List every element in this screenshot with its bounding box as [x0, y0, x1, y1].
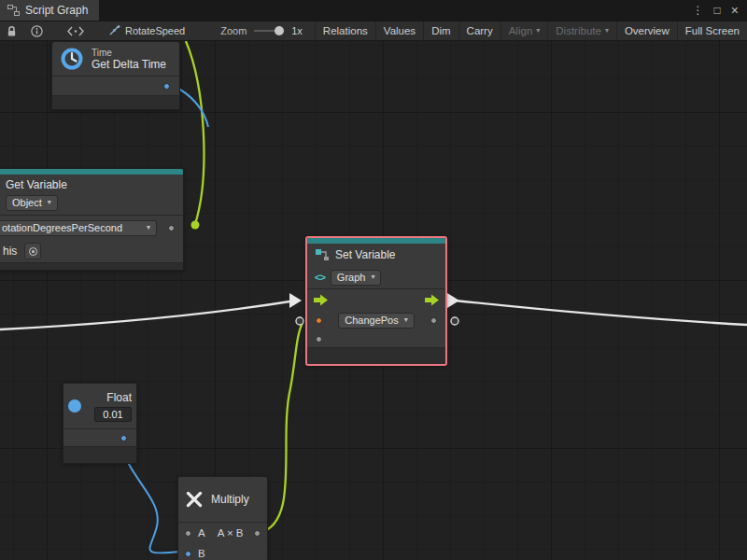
- node-get-variable[interactable]: Get Variable Object ▾ otationDegreesPerS…: [0, 168, 184, 271]
- node-title: Get Variable: [0, 176, 183, 193]
- graph-toolbar: RotateSpeed Zoom 1x Relations Values Dim…: [0, 21, 747, 41]
- node-header: Get Variable Object ▾: [0, 175, 183, 215]
- flow-wire-outgoing[interactable]: [455, 301, 747, 325]
- node-title: Float: [106, 391, 132, 404]
- variable-name-dropdown[interactable]: otationDegreesPerSecond ▾: [0, 220, 157, 236]
- align-dropdown-button[interactable]: Align▾: [500, 21, 548, 40]
- chevron-down-icon: ▾: [48, 199, 51, 206]
- chevron-down-icon: ▾: [536, 27, 540, 35]
- toolbar-buttons: Relations Values Dim Carry Align▾ Distri…: [315, 21, 747, 40]
- output-port[interactable]: [120, 435, 127, 441]
- extra-port-row: [307, 330, 445, 347]
- overview-button[interactable]: Overview: [616, 21, 677, 40]
- port-terminal-left[interactable]: [296, 317, 303, 325]
- graph-name: RotateSpeed: [125, 25, 185, 36]
- node-header: Float 0.01: [63, 384, 136, 428]
- chevron-down-icon: ▾: [147, 224, 150, 231]
- variable-node-icon: [315, 247, 330, 262]
- port-row-b: B: [178, 543, 267, 560]
- node-footer: [307, 347, 445, 364]
- carry-button[interactable]: Carry: [458, 21, 500, 40]
- graph-scope-icon: <>: [315, 272, 325, 283]
- target-row: his: [0, 240, 183, 262]
- tab-bar: Script Graph ⋮ □ ×: [0, 0, 747, 21]
- port-row: [52, 76, 179, 95]
- graph-inspector-icon[interactable]: [67, 21, 84, 40]
- result-label: A × B: [218, 527, 244, 539]
- variable-scope-dropdown[interactable]: Object ▾: [6, 195, 58, 211]
- node-float[interactable]: Float 0.01: [63, 383, 137, 464]
- multiply-icon: [184, 489, 204, 510]
- port-b-label: B: [198, 548, 205, 559]
- node-footer: [52, 95, 179, 109]
- node-header: Set Variable: [307, 244, 445, 266]
- tab-title: Script Graph: [25, 4, 88, 17]
- port-row-a: A A × B: [178, 522, 267, 543]
- target-label: his: [3, 245, 17, 258]
- variable-scope-dropdown[interactable]: Graph ▾: [331, 270, 382, 286]
- output-port-result[interactable]: [254, 530, 261, 537]
- value-port-row: ChangePos ▾: [307, 310, 445, 330]
- flow-port-row: [307, 288, 445, 310]
- chevron-down-icon: ▾: [371, 273, 374, 281]
- chevron-down-icon: ▾: [404, 316, 408, 324]
- fullscreen-button[interactable]: Full Screen: [677, 21, 747, 40]
- value-input-port[interactable]: [316, 317, 322, 324]
- flow-output-arrow[interactable]: [424, 294, 440, 306]
- node-footer: [63, 446, 136, 463]
- close-icon[interactable]: ×: [731, 4, 739, 17]
- relations-button[interactable]: Relations: [315, 21, 375, 40]
- flow-arrowhead-right[interactable]: [447, 293, 459, 308]
- value-wire-endpoint[interactable]: [191, 221, 200, 230]
- input-port-a[interactable]: [185, 530, 191, 537]
- target-icon: [29, 247, 37, 256]
- value-output-port[interactable]: [430, 317, 437, 324]
- values-button[interactable]: Values: [375, 21, 423, 40]
- maximize-icon[interactable]: □: [714, 5, 721, 16]
- value-wire-top[interactable]: [186, 41, 204, 224]
- node-get-delta-time[interactable]: Time Get Delta Time: [51, 41, 180, 110]
- self-target-button[interactable]: [24, 243, 41, 259]
- graph-breadcrumb[interactable]: RotateSpeed: [108, 25, 185, 36]
- info-icon[interactable]: [31, 21, 43, 40]
- node-header: Multiply: [178, 477, 267, 522]
- clock-icon: [60, 47, 84, 71]
- window-controls: ⋮ □ ×: [693, 0, 747, 21]
- zoom-label: Zoom: [220, 25, 247, 36]
- dim-button[interactable]: Dim: [423, 21, 458, 40]
- lock-icon[interactable]: [6, 21, 18, 40]
- tab-script-graph[interactable]: Script Graph: [0, 0, 99, 21]
- port-row: [63, 428, 136, 446]
- float-value-input[interactable]: 0.01: [94, 407, 132, 422]
- kebab-menu-icon[interactable]: ⋮: [693, 5, 704, 16]
- float-icon: [68, 399, 81, 413]
- input-port[interactable]: [316, 336, 322, 343]
- node-multiply[interactable]: Multiply A A × B B: [177, 476, 268, 560]
- zoom-slider[interactable]: [254, 24, 284, 37]
- zoom-value: 1x: [291, 25, 303, 36]
- unity-script-graph-window: Script Graph ⋮ □ ×: [0, 0, 747, 560]
- node-title: Get Delta Time: [92, 59, 166, 70]
- distribute-dropdown-button[interactable]: Distribute▾: [547, 21, 616, 40]
- scope-row: <> Graph ▾: [307, 266, 445, 288]
- chevron-down-icon: ▾: [605, 27, 609, 35]
- zoom-slider-handle[interactable]: [275, 26, 284, 35]
- value-output-port[interactable]: [168, 225, 175, 231]
- node-set-variable[interactable]: Set Variable <> Graph ▾ Ch: [305, 236, 447, 366]
- port-terminal-right[interactable]: [451, 317, 458, 325]
- input-port-b[interactable]: [185, 551, 191, 557]
- port-a-label: A: [198, 527, 205, 539]
- graph-canvas[interactable]: Time Get Delta Time Get Variable Object …: [0, 41, 747, 560]
- node-header: Time Get Delta Time: [52, 42, 179, 76]
- machine-icon: [108, 25, 120, 36]
- node-footer: [0, 262, 183, 270]
- output-port[interactable]: [163, 83, 170, 90]
- flow-input-arrow[interactable]: [313, 294, 329, 306]
- variable-name-row: otationDegreesPerSecond ▾: [0, 215, 183, 240]
- variable-name-dropdown[interactable]: ChangePos ▾: [338, 313, 415, 329]
- flow-wire-incoming[interactable]: [0, 301, 296, 329]
- script-graph-tab-icon: [7, 5, 20, 16]
- node-title: Set Variable: [335, 248, 395, 261]
- node-title: Multiply: [211, 493, 249, 506]
- flow-arrowhead-left[interactable]: [289, 293, 302, 308]
